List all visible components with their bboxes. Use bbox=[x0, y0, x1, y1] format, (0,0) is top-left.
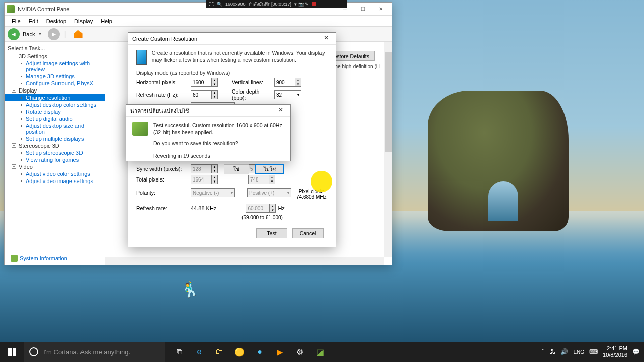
link-rating-games[interactable]: View rating for games bbox=[5, 156, 105, 163]
confirm-close-button[interactable]: ✕ bbox=[273, 106, 288, 115]
chrome-icon[interactable]: 🟡 bbox=[229, 342, 250, 362]
link-video-image[interactable]: Adjust video image settings bbox=[5, 177, 105, 185]
link-desktop-size[interactable]: Adjust desktop size and position bbox=[5, 122, 105, 135]
tree-display[interactable]: −Display bbox=[5, 87, 105, 94]
link-configure-surround[interactable]: Configure Surround, PhysX bbox=[5, 80, 105, 87]
nvidia-icon bbox=[7, 5, 15, 13]
menu-edit[interactable]: Edit bbox=[25, 17, 42, 25]
spinner-icon[interactable]: ▲▼ bbox=[212, 78, 218, 87]
record-indicator-icon bbox=[312, 2, 316, 6]
expander-icon[interactable]: − bbox=[12, 164, 16, 169]
back-dropdown-icon[interactable]: ▼ bbox=[38, 32, 42, 36]
refresh-rate-khz-value: 44.88 KHz bbox=[191, 205, 216, 211]
link-multiple-displays[interactable]: Set up multiple displays bbox=[5, 135, 105, 142]
confirm-title-text: น่าคารเปลี่ยนแปลงไปใช้ bbox=[130, 106, 189, 115]
link-manage-3d[interactable]: Manage 3D settings bbox=[5, 73, 105, 80]
horizontal-pixels-label: Horizontal pixels: bbox=[136, 79, 191, 85]
confirm-dialog: น่าคารเปลี่ยนแปลงไปใช้ ✕ Test successful… bbox=[126, 104, 291, 161]
taskbar: I'm Cortana. Ask me anything. ⧉ e 🗂 🟡 ● … bbox=[0, 342, 644, 362]
vertical-lines-input[interactable] bbox=[274, 78, 295, 87]
vertical-lines-label: Vertical lines: bbox=[232, 79, 274, 85]
screen-recorder-bar: ⛶🔍 1600x900 กำลังบันทึก [00:03:17] ▾ 📷 ✎ bbox=[206, 0, 347, 8]
volume-icon[interactable]: 🔊 bbox=[560, 348, 568, 355]
link-digital-audio[interactable]: Set up digital audio bbox=[5, 115, 105, 122]
maximize-button[interactable]: ☐ bbox=[354, 4, 372, 15]
menu-desktop[interactable]: Desktop bbox=[42, 17, 70, 25]
edge-icon[interactable]: e bbox=[189, 342, 209, 362]
color-depth-select[interactable]: 32 bbox=[274, 90, 301, 99]
display-mode-label: Display mode (as reported by Windows) bbox=[136, 70, 328, 76]
polarity-v-select[interactable]: Positive (+) bbox=[247, 188, 291, 197]
spinner-icon[interactable]: ▲▼ bbox=[295, 78, 301, 87]
expander-icon[interactable]: − bbox=[12, 54, 16, 58]
network-icon[interactable]: 🖧 bbox=[549, 348, 555, 355]
notifications-icon[interactable]: 💬 bbox=[632, 348, 640, 355]
polarity-h-select[interactable]: Negative (-) bbox=[191, 188, 235, 197]
no-button[interactable]: ไม่ใช่ bbox=[255, 164, 284, 174]
tree-stereoscopic[interactable]: −Stereoscopic 3D bbox=[5, 142, 105, 149]
yes-button[interactable]: ใช่ bbox=[224, 164, 249, 174]
home-icon[interactable] bbox=[73, 29, 84, 39]
monitor-icon bbox=[136, 50, 147, 65]
windows-logo-icon bbox=[8, 348, 16, 356]
refresh-rate-hz-input[interactable] bbox=[246, 204, 270, 213]
system-information-link[interactable]: System Information bbox=[11, 255, 67, 262]
tree-3d-settings[interactable]: −3D Settings bbox=[5, 53, 105, 60]
horizontal-pixels-input[interactable] bbox=[191, 78, 212, 87]
menu-display[interactable]: Display bbox=[70, 17, 97, 25]
nvidia-taskbar-icon[interactable]: ◪ bbox=[310, 342, 330, 362]
file-explorer-icon[interactable]: 🗂 bbox=[209, 342, 229, 362]
clock-date: 10/8/2016 bbox=[603, 352, 627, 358]
clock[interactable]: 2:41 PM 10/8/2016 bbox=[603, 345, 627, 358]
forward-button[interactable]: ► bbox=[48, 28, 60, 40]
system-tray: ˄ 🖧 🔊 ENG ⌨ 2:41 PM 10/8/2016 💬 bbox=[537, 345, 644, 358]
cancel-button[interactable]: Cancel bbox=[292, 228, 324, 238]
confirm-message-2: Do you want to save this resolution? bbox=[153, 140, 284, 147]
hz-unit: Hz bbox=[278, 205, 284, 211]
link-change-resolution[interactable]: Change resolution bbox=[5, 94, 105, 101]
dialog-titlebar: Create Custom Resolution ✕ bbox=[128, 33, 336, 45]
test-button[interactable]: Test bbox=[256, 228, 287, 238]
refresh-rate-label: Refresh rate (Hz): bbox=[136, 92, 191, 98]
back-button[interactable]: ◄ bbox=[8, 28, 20, 40]
settings-icon[interactable]: ⚙ bbox=[290, 342, 310, 362]
link-adjust-image[interactable]: Adjust image settings with preview bbox=[5, 60, 105, 73]
tray-chevron-icon[interactable]: ˄ bbox=[541, 348, 544, 355]
vertical-scrollbar[interactable] bbox=[384, 42, 392, 257]
spinner-icon[interactable]: ▲▼ bbox=[212, 90, 218, 99]
back-label: Back bbox=[23, 31, 35, 37]
link-adjust-desktop-color[interactable]: Adjust desktop color settings bbox=[5, 101, 105, 108]
spinner-icon[interactable]: ▲▼ bbox=[270, 204, 276, 213]
start-button[interactable] bbox=[0, 342, 24, 362]
link-rotate-display[interactable]: Rotate display bbox=[5, 108, 105, 115]
recorder-status: กำลังบันทึก [00:03:17] bbox=[249, 1, 292, 8]
recorder-resolution: 1600x900 bbox=[225, 2, 246, 7]
app-icon[interactable]: ● bbox=[250, 342, 270, 362]
horizontal-scrollbar[interactable] bbox=[105, 257, 384, 265]
dialog-close-button[interactable]: ✕ bbox=[318, 34, 334, 43]
link-setup-stereo[interactable]: Set up stereoscopic 3D bbox=[5, 149, 105, 156]
info-icon bbox=[11, 255, 18, 262]
refresh-rate-input[interactable] bbox=[191, 90, 212, 99]
task-sidebar: Select a Task... −3D Settings Adjust ima… bbox=[5, 42, 105, 265]
polarity-label: Polarity: bbox=[136, 190, 191, 196]
menu-file[interactable]: File bbox=[8, 17, 25, 25]
link-video-color[interactable]: Adjust video color settings bbox=[5, 170, 105, 177]
expander-icon[interactable]: − bbox=[12, 88, 16, 93]
confirm-message-1: Test successful. Custom resolution 1600 … bbox=[153, 122, 284, 136]
cortana-search[interactable]: I'm Cortana. Ask me anything. bbox=[24, 342, 165, 362]
keyboard-icon[interactable]: ⌨ bbox=[589, 348, 598, 355]
close-button[interactable]: ✕ bbox=[372, 4, 390, 15]
cortana-icon bbox=[29, 347, 38, 356]
pixel-clock-value: 74.6803 MHz bbox=[296, 194, 326, 200]
menubar: File Edit Desktop Display Help bbox=[5, 16, 392, 27]
reverting-countdown: Reverting in 19 seconds bbox=[153, 152, 284, 159]
menu-help[interactable]: Help bbox=[97, 17, 116, 25]
window-title: NVIDIA Control Panel bbox=[18, 6, 71, 12]
media-player-icon[interactable]: ▶ bbox=[270, 342, 290, 362]
language-indicator[interactable]: ENG bbox=[573, 349, 584, 355]
task-view-button[interactable]: ⧉ bbox=[169, 342, 189, 362]
task-header: Select a Task... bbox=[5, 44, 105, 53]
expander-icon[interactable]: − bbox=[12, 143, 16, 148]
tree-video[interactable]: −Video bbox=[5, 163, 105, 170]
